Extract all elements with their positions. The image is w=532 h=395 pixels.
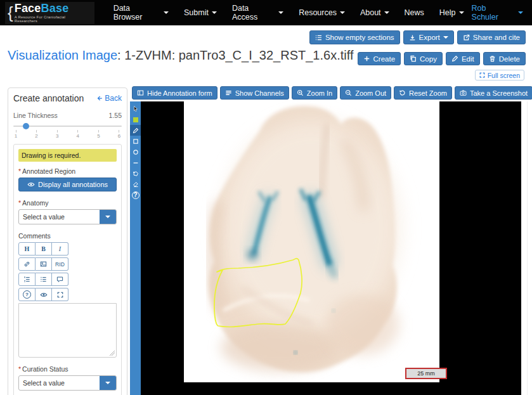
- anatomy-select-value: Select a value: [19, 210, 100, 224]
- anatomy-select[interactable]: Select a value: [18, 209, 117, 224]
- zoom-in-icon: [297, 89, 304, 96]
- help-tool[interactable]: ?: [130, 190, 141, 200]
- line-thickness-label: Line Thickness: [13, 112, 58, 119]
- viewer-toolbar: Hide Annotation form Show Channels Zoom …: [132, 86, 532, 100]
- show-empty-sections-button[interactable]: Show empty sections: [309, 30, 400, 44]
- zoom-in-button[interactable]: Zoom In: [292, 86, 337, 100]
- facebase-logo[interactable]: { FaceBase A Resource For Craniofacial R…: [5, 2, 94, 24]
- caret-down-icon: [212, 11, 217, 14]
- pencil-icon: [133, 127, 139, 134]
- line-thickness-slider[interactable]: [13, 123, 122, 129]
- fullscreen-editor-button[interactable]: [52, 288, 68, 301]
- resize-grip[interactable]: [110, 351, 115, 356]
- visualization-image-page: { FaceBase A Resource For Craniofacial R…: [0, 0, 532, 395]
- comment-icon: [56, 276, 63, 283]
- slider-handle[interactable]: [23, 123, 29, 129]
- link-icon: [23, 261, 30, 268]
- ordered-list-button[interactable]: [18, 273, 36, 286]
- hide-annotation-form-button[interactable]: Hide Annotation form: [132, 86, 217, 100]
- list-icon: [315, 34, 322, 41]
- heading-button[interactable]: H: [18, 242, 36, 256]
- curation-status-select[interactable]: Select a value: [18, 375, 117, 391]
- quote-button[interactable]: [52, 273, 68, 286]
- italic-button[interactable]: I: [52, 242, 68, 256]
- copy-button[interactable]: Copy: [404, 52, 443, 65]
- circle-tool[interactable]: [130, 146, 141, 157]
- help-button[interactable]: ?: [18, 288, 36, 301]
- rid-button[interactable]: RID: [52, 257, 68, 271]
- color-swatch-tool[interactable]: [130, 114, 141, 125]
- eye-icon: [27, 181, 35, 188]
- title-entity-link[interactable]: Visualization Image: [8, 48, 117, 62]
- arrow-left-icon: [96, 95, 103, 101]
- bold-button[interactable]: B: [36, 242, 52, 256]
- plus-icon: [363, 55, 370, 62]
- nav-about[interactable]: About: [353, 8, 397, 17]
- entity-actions: Create Copy Edit Delete: [358, 52, 526, 65]
- pointer-tool[interactable]: [130, 103, 141, 114]
- square-icon: [133, 138, 139, 145]
- comments-label: Comments: [18, 232, 117, 240]
- chevron-down-icon[interactable]: [100, 210, 116, 224]
- unordered-list-button[interactable]: [36, 273, 52, 286]
- nav-data-browser[interactable]: Data Browser: [106, 4, 176, 22]
- preview-button[interactable]: [36, 288, 52, 301]
- nav-help[interactable]: Help: [432, 8, 472, 17]
- caret-down-icon: [384, 11, 389, 14]
- curation-status-select-value: Select a value: [19, 376, 100, 390]
- caret-down-icon: [459, 11, 464, 14]
- user-menu[interactable]: Rob Schuler: [472, 4, 523, 22]
- viewer-scrollbar-area[interactable]: [521, 101, 532, 395]
- pencil-tool[interactable]: [130, 125, 141, 136]
- link-button[interactable]: [18, 257, 36, 271]
- full-screen-button[interactable]: Full screen: [475, 70, 524, 81]
- slider-track: [13, 126, 122, 127]
- nav-submit[interactable]: Submit: [176, 8, 224, 17]
- annotation-form: Drawing is required. *Annotated Region D…: [13, 144, 122, 395]
- specimen-image[interactable]: 25 mm: [184, 101, 439, 382]
- trash-icon: [489, 55, 496, 62]
- eye-icon: [40, 291, 48, 299]
- nav-data-access[interactable]: Data Access: [224, 4, 291, 22]
- rectangle-tool[interactable]: [130, 136, 141, 146]
- image-button[interactable]: [36, 257, 52, 271]
- zoom-out-button[interactable]: Zoom Out: [340, 86, 391, 100]
- display-all-annotations-button[interactable]: Display all annotations: [18, 178, 117, 191]
- eraser-icon: [133, 181, 139, 188]
- create-button[interactable]: Create: [358, 52, 401, 65]
- reset-zoom-button[interactable]: Reset Zoom: [394, 86, 452, 100]
- drawing-required-warning: Drawing is required.: [18, 149, 117, 162]
- share-and-cite-button[interactable]: Share and cite: [457, 30, 526, 44]
- page-title: Visualization Image: 1-ZVHM: panTro3_C_I…: [8, 48, 353, 63]
- create-annotation-panel: Create annotation Back Line Thickness 1.…: [8, 87, 127, 395]
- chevron-down-icon[interactable]: [100, 376, 116, 390]
- question-circle-icon: ?: [23, 290, 31, 299]
- eraser-tool[interactable]: [130, 179, 141, 190]
- edit-button[interactable]: Edit: [446, 52, 480, 65]
- show-channels-button[interactable]: Show Channels: [220, 86, 289, 100]
- annotated-region-label: *Annotated Region: [18, 167, 117, 175]
- line-tool[interactable]: [130, 157, 141, 168]
- zoom-out-icon: [345, 89, 352, 96]
- back-link[interactable]: Back: [96, 94, 122, 103]
- polygon-icon: [133, 171, 139, 177]
- line-icon: [133, 160, 139, 166]
- nav-news[interactable]: News: [397, 8, 432, 17]
- channels-icon: [225, 89, 232, 96]
- cursor-icon: [133, 105, 139, 112]
- take-screenshot-button[interactable]: Take a Screenshot: [455, 86, 532, 100]
- nav-resources[interactable]: Resources: [291, 8, 353, 17]
- caret-down-icon: [518, 11, 523, 14]
- list-ul-icon: [40, 276, 47, 283]
- panel-title: Create annotation: [13, 93, 84, 103]
- arrows-expand-icon: [57, 292, 63, 298]
- polygon-tool[interactable]: [130, 168, 141, 179]
- brace-glyph: {: [8, 4, 13, 21]
- pencil-icon: [451, 55, 458, 62]
- delete-button[interactable]: Delete: [483, 52, 526, 65]
- rotate-ccw-icon: [399, 89, 406, 96]
- export-button[interactable]: Export: [403, 30, 454, 44]
- copy-icon: [410, 55, 417, 62]
- comments-textarea[interactable]: [18, 303, 117, 358]
- image-icon: [40, 261, 47, 268]
